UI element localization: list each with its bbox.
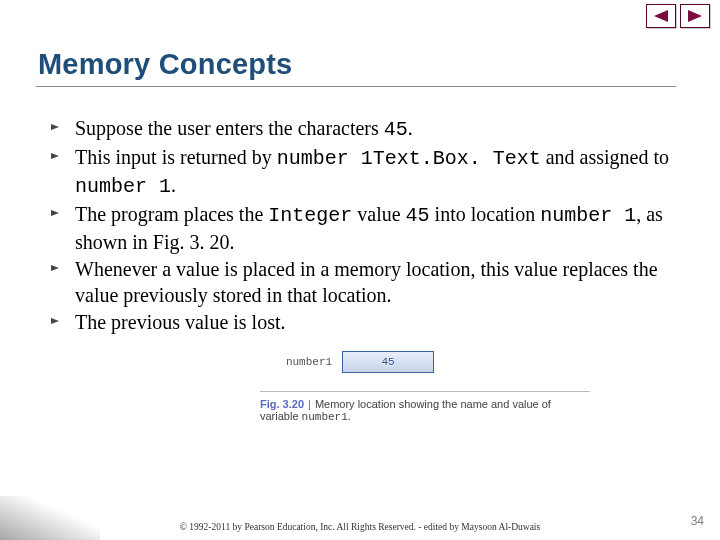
prev-arrow-icon (654, 10, 668, 22)
list-item: This input is returned by number 1Text.B… (55, 144, 684, 200)
text: The program places the (75, 203, 268, 225)
bullet-list: Suppose the user enters the characters 4… (55, 115, 684, 335)
caption-code: number1 (302, 411, 348, 423)
text: . (408, 117, 413, 139)
memory-cell-box: 45 (342, 351, 434, 373)
page-number: 34 (691, 514, 704, 528)
code: 45 (384, 118, 408, 141)
copyright-footer: © 1992-2011 by Pearson Education, Inc. A… (0, 522, 720, 532)
svg-marker-1 (688, 10, 702, 22)
text: and assigned to (541, 146, 669, 168)
figure-label: Fig. 3.20 (260, 398, 304, 410)
list-item: The program places the Integer value 45 … (55, 201, 684, 255)
code: 45 (406, 204, 430, 227)
next-button[interactable] (680, 4, 710, 28)
code: number 1 (75, 175, 171, 198)
next-arrow-icon (688, 10, 702, 22)
text: The previous value is lost. (75, 311, 286, 333)
slide-title: Memory Concepts (38, 48, 720, 81)
separator-icon: | (308, 398, 311, 410)
text: This input is returned by (75, 146, 277, 168)
title-divider (36, 86, 676, 87)
nav-controls (646, 4, 710, 28)
text: Suppose the user enters the characters (75, 117, 384, 139)
code: Integer (268, 204, 352, 227)
memory-cell: number1 45 (286, 351, 434, 373)
caption-text: . (348, 410, 351, 422)
corner-shadow (0, 496, 100, 540)
text: . (171, 174, 176, 196)
figure: number1 45 Fig. 3.20|Memory location sho… (140, 351, 580, 423)
prev-button[interactable] (646, 4, 676, 28)
list-item: The previous value is lost. (55, 309, 684, 335)
list-item: Suppose the user enters the characters 4… (55, 115, 684, 143)
svg-marker-0 (654, 10, 668, 22)
list-item: Whenever a value is placed in a memory l… (55, 256, 684, 308)
code: number 1Text.Box. Text (277, 147, 541, 170)
memory-cell-name: number1 (286, 356, 332, 368)
text: value (352, 203, 405, 225)
code: number 1 (540, 204, 636, 227)
figure-caption: Fig. 3.20|Memory location showing the na… (260, 391, 590, 423)
text: Whenever a value is placed in a memory l… (75, 258, 658, 306)
text: into location (430, 203, 541, 225)
